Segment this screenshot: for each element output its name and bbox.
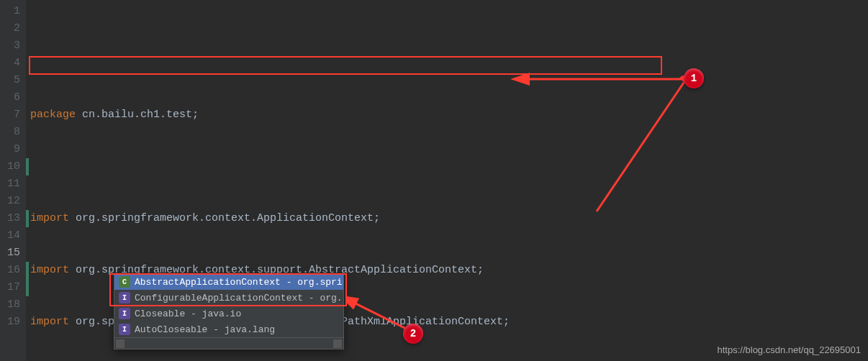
- popup-scrollbar[interactable]: [114, 337, 343, 349]
- code-line[interactable]: import org.springframework.context.Appli…: [26, 210, 868, 227]
- line-number: 15: [3, 245, 20, 262]
- line-number: 19: [3, 314, 20, 331]
- line-number: 9: [3, 141, 20, 158]
- line-number: 11: [3, 175, 20, 193]
- line-number: 12: [3, 193, 20, 210]
- autocomplete-item[interactable]: I ConfigurableApplicationContext - org.s…: [114, 290, 343, 306]
- autocomplete-label: AbstractApplicationContext - org.spring: [135, 277, 343, 288]
- interface-icon: I: [119, 308, 130, 319]
- code-line[interactable]: [26, 158, 868, 175]
- autocomplete-label: ConfigurableApplicationContext - org.sp: [135, 293, 343, 303]
- line-number: 14: [3, 227, 20, 245]
- autocomplete-label: Closeable - java.io: [135, 309, 241, 319]
- line-number: 13: [3, 210, 20, 227]
- class-icon: C: [119, 276, 130, 288]
- line-number: 1: [3, 3, 20, 20]
- line-number: 2: [3, 20, 20, 37]
- line-number: 6: [3, 89, 20, 106]
- annotation-badge-1: 1: [684, 68, 704, 88]
- autocomplete-popup[interactable]: C AbstractApplicationContext - org.sprin…: [114, 273, 344, 349]
- line-number: 17: [3, 279, 20, 296]
- line-number: 18: [3, 296, 20, 314]
- line-number: 5: [3, 72, 20, 89]
- line-number: 8: [3, 124, 20, 141]
- line-number: 10: [3, 158, 20, 175]
- annotation-badge-2: 2: [403, 324, 423, 344]
- code-line[interactable]: package cn.bailu.ch1.test;: [26, 106, 868, 124]
- line-number: 16: [3, 262, 20, 279]
- line-gutter: 1 2 3 4 5 6 7 8 9 10 11 12 13 14 15 16 1…: [0, 0, 26, 361]
- watermark: https://blog.csdn.net/qq_22695001: [718, 344, 862, 355]
- autocomplete-item[interactable]: I AutoCloseable - java.lang: [114, 321, 343, 337]
- line-number: 4: [3, 55, 20, 72]
- autocomplete-label: AutoCloseable - java.lang: [135, 324, 275, 335]
- autocomplete-item[interactable]: C AbstractApplicationContext - org.sprin…: [114, 274, 343, 290]
- line-number: 7: [3, 106, 20, 124]
- interface-icon: I: [119, 292, 130, 303]
- interface-icon: I: [119, 324, 130, 335]
- line-number: 3: [3, 37, 20, 55]
- autocomplete-item[interactable]: I Closeable - java.io: [114, 306, 343, 321]
